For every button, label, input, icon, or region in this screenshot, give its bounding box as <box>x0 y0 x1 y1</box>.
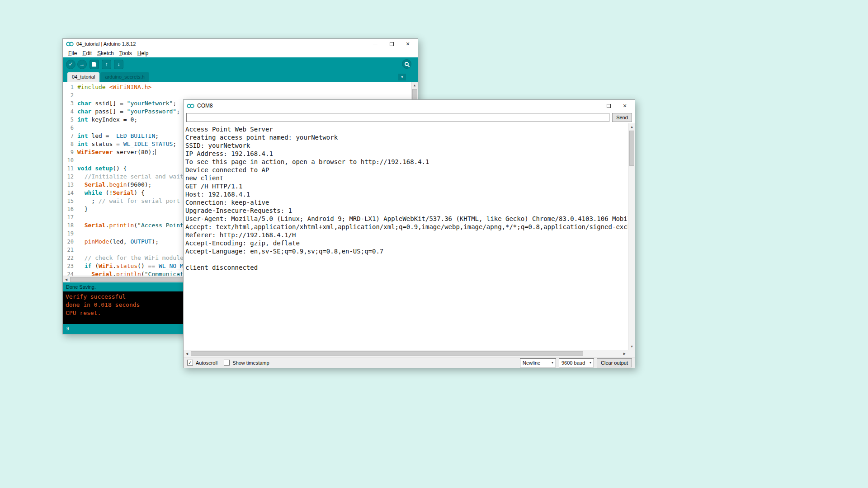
show-timestamp-label: Show timestamp <box>232 360 269 366</box>
serial-hscroll-thumb[interactable] <box>191 351 583 356</box>
open-icon: ↑ <box>105 61 108 67</box>
line-number: 22 <box>63 254 77 262</box>
menu-bar: FileEditSketchToolsHelp <box>63 49 418 57</box>
line-number: 13 <box>63 181 77 189</box>
cursor-line-indicator: 9 <box>66 326 69 331</box>
window-controls: × <box>367 39 418 49</box>
scroll-left-icon[interactable]: ◀ <box>63 276 70 283</box>
verify-icon: ✓ <box>68 61 73 67</box>
serial-status-bar: ✓ Autoscroll Show timestamp Newline ▾ 96… <box>184 357 635 368</box>
arduino-titlebar[interactable]: 04_tutorial | Arduino 1.8.12 × <box>63 39 418 49</box>
minimize-button[interactable] <box>367 39 383 49</box>
send-button[interactable]: Send <box>612 113 632 122</box>
line-number: 1 <box>63 83 77 91</box>
serial-line: User-Agent: Mozilla/5.0 (Linux; Android … <box>185 215 627 223</box>
line-number: 24 <box>63 270 77 276</box>
save-button[interactable]: ↓ <box>114 60 123 69</box>
code-line: 1#include <WiFiNINA.h> <box>63 83 418 91</box>
line-number: 11 <box>63 164 77 173</box>
serial-line: Referer: http://192.168.4.1/H <box>185 231 627 239</box>
serial-monitor-window: COM8 × Send ▲ ▼ Access Point Web ServerC… <box>183 99 635 368</box>
line-number: 7 <box>63 132 77 140</box>
window-title: COM8 <box>197 103 213 109</box>
upload-button[interactable]: → <box>77 60 87 69</box>
serial-horizontal-scrollbar[interactable]: ◀ ▶ <box>184 350 635 357</box>
line-number: 18 <box>63 221 77 230</box>
verify-button[interactable]: ✓ <box>66 60 75 69</box>
tab-04_tutorial[interactable]: 04_tutorial <box>67 72 99 82</box>
menu-edit[interactable]: Edit <box>80 50 94 56</box>
upload-icon: → <box>80 61 85 67</box>
serial-vertical-scrollbar[interactable]: ▲ ▼ <box>628 123 635 350</box>
autoscroll-checkbox[interactable]: ✓ <box>187 360 193 366</box>
arduino-logo-icon <box>187 103 194 108</box>
line-number: 10 <box>63 156 77 164</box>
autoscroll-label: Autoscroll <box>196 360 217 366</box>
scroll-up-icon[interactable]: ▲ <box>628 123 635 130</box>
serial-input-row: Send <box>184 112 635 123</box>
chevron-down-icon: ▾ <box>590 361 591 365</box>
serial-line: IP Address: 192.168.4.1 <box>185 150 627 158</box>
chevron-down-icon: ▾ <box>552 361 553 365</box>
ide-toolbar: ✓ → ↑ ↓ <box>63 57 418 71</box>
serial-line <box>185 255 627 263</box>
serial-line: Creating access point named: yourNetwork <box>185 133 627 141</box>
serial-monitor-button[interactable] <box>402 59 411 69</box>
minimize-button[interactable] <box>584 100 600 112</box>
chevron-down-icon: ▼ <box>401 75 404 79</box>
text-cursor <box>156 149 156 155</box>
line-number: 9 <box>63 148 77 156</box>
clear-output-button[interactable]: Clear output <box>597 358 632 367</box>
open-button[interactable]: ↑ <box>102 60 111 69</box>
scroll-right-icon[interactable]: ▶ <box>621 350 628 357</box>
serial-vscroll-thumb[interactable] <box>629 131 634 166</box>
baud-rate-value: 9600 baud <box>561 360 585 366</box>
serial-titlebar[interactable]: COM8 × <box>184 100 635 112</box>
magnifier-icon <box>405 62 409 66</box>
maximize-button[interactable] <box>383 39 400 49</box>
line-number: 14 <box>63 189 77 197</box>
line-number: 19 <box>63 230 77 238</box>
menu-help[interactable]: Help <box>135 50 151 56</box>
serial-input[interactable] <box>186 113 609 122</box>
serial-line: Host: 192.168.4.1 <box>185 190 627 198</box>
maximize-icon <box>390 42 394 46</box>
tab-bar: 04_tutorialarduino_secrets.h▼ <box>63 71 418 82</box>
arduino-logo-icon <box>66 42 74 47</box>
line-ending-value: Newline <box>523 360 540 366</box>
line-number: 6 <box>63 124 77 132</box>
tab-list-dropdown[interactable]: ▼ <box>398 74 406 80</box>
maximize-button[interactable] <box>600 100 617 112</box>
serial-line: GET /H HTTP/1.1 <box>185 182 627 190</box>
baud-rate-select[interactable]: 9600 baud ▾ <box>559 358 594 367</box>
serial-output: ▲ ▼ Access Point Web ServerCreating acce… <box>184 123 635 350</box>
close-icon: × <box>623 103 627 109</box>
code-line: 2 <box>63 91 418 99</box>
scroll-left-icon[interactable]: ◀ <box>184 350 190 357</box>
new-sketch-icon <box>92 62 96 67</box>
serial-line: Accept-Encoding: gzip, deflate <box>185 239 627 247</box>
line-ending-select[interactable]: Newline ▾ <box>520 358 556 367</box>
line-number: 23 <box>63 262 77 270</box>
window-controls: × <box>584 100 635 112</box>
scroll-up-icon[interactable]: ▲ <box>411 82 418 89</box>
line-number: 2 <box>63 91 77 99</box>
close-button[interactable]: × <box>617 100 633 112</box>
status-message: Done Saving. <box>66 284 96 290</box>
close-button[interactable]: × <box>400 39 416 49</box>
serial-line: Device connected to AP <box>185 166 627 174</box>
show-timestamp-checkbox[interactable] <box>224 360 230 366</box>
serial-line: SSID: yourNetwork <box>185 141 627 150</box>
serial-line: Upgrade-Insecure-Requests: 1 <box>185 206 627 215</box>
serial-line: Accept-Language: en,sv-SE;q=0.9,sv;q=0.8… <box>185 247 627 255</box>
scroll-down-icon[interactable]: ▼ <box>628 343 635 350</box>
menu-file[interactable]: File <box>66 50 80 56</box>
menu-tools[interactable]: Tools <box>117 50 135 56</box>
serial-line: Access Point Web Server <box>185 125 627 133</box>
line-number: 17 <box>63 213 77 221</box>
new-sketch-button[interactable] <box>90 60 99 69</box>
serial-line: Connection: keep-alive <box>185 198 627 206</box>
tab-arduino_secrets.h[interactable]: arduino_secrets.h <box>100 72 149 82</box>
menu-sketch[interactable]: Sketch <box>94 50 117 56</box>
close-icon: × <box>406 41 410 47</box>
